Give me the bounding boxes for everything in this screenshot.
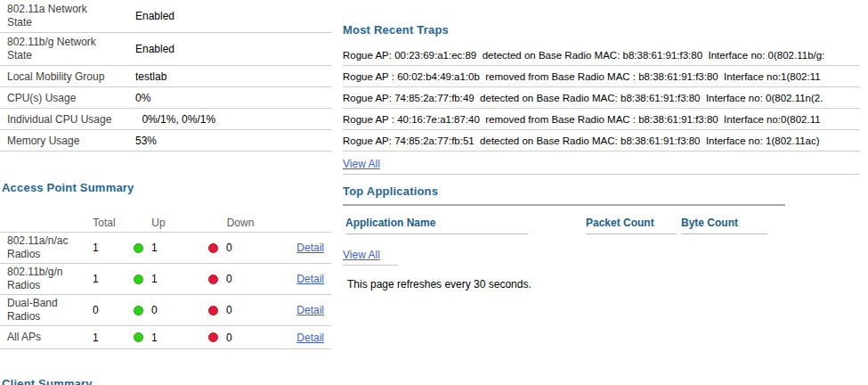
- detail-link[interactable]: Detail: [296, 273, 324, 285]
- info-value: testlab: [135, 70, 166, 83]
- ap-down-cell: 0: [203, 304, 278, 316]
- info-label: Memory Usage: [0, 135, 135, 147]
- application-name-header: Application Name: [345, 217, 528, 234]
- ap-down-cell: 0: [203, 332, 278, 344]
- table-row: Dual-Band Radios 0 0 0 Detail: [0, 295, 331, 326]
- ap-up-cell: 1: [128, 242, 203, 254]
- client-summary-title: Client Summary: [2, 377, 331, 385]
- up-status-icon: [134, 243, 143, 253]
- traps-view-all-link[interactable]: View All: [343, 158, 380, 170]
- info-label: Local Mobility Group: [0, 70, 135, 83]
- applications-header-row: Application Name Packet Count Byte Count: [343, 217, 860, 234]
- ap-up-cell: 1: [128, 332, 203, 344]
- table-row: CPU(s) Usage 0%: [0, 87, 331, 109]
- up-status-icon: [134, 332, 143, 342]
- ap-total-value: 1: [78, 273, 128, 285]
- info-label: 802.11a Network State: [0, 3, 135, 29]
- ap-total-value: 0: [78, 304, 128, 316]
- ap-down-value: 0: [226, 273, 232, 285]
- access-point-summary-table: Total Up Down 802.11a/n/ac Radios 1 1 0 …: [0, 213, 331, 349]
- top-applications-divider: [343, 204, 785, 206]
- detail-link[interactable]: Detail: [296, 332, 324, 344]
- ap-down-cell: 0: [203, 273, 278, 285]
- ap-header-total: Total: [78, 217, 128, 229]
- down-status-icon: [208, 332, 218, 342]
- info-value: 0%/1%, 0%/1%: [142, 113, 215, 126]
- ap-down-value: 0: [226, 332, 232, 344]
- right-column: Most Recent Traps Rogue AP: 00:23:69:a1:…: [343, 0, 860, 291]
- controller-summary-table: 802.11a Network State Enabled 802.11b/g …: [0, 0, 331, 152]
- info-label: CPU(s) Usage: [0, 92, 135, 104]
- applications-view-all-row: View All: [343, 246, 398, 266]
- ap-detail-cell: Detail: [278, 242, 331, 254]
- info-value: Enabled: [135, 43, 174, 55]
- table-row: 802.11a/n/ac Radios 1 1 0 Detail: [0, 233, 331, 264]
- down-status-icon: [208, 306, 218, 315]
- trap-row: Rogue AP: 74:85:2a:77:fb:51 detected on …: [343, 130, 860, 152]
- ap-down-value: 0: [226, 242, 232, 254]
- ap-row-label: All APs: [0, 331, 78, 344]
- table-row: 802.11a Network State Enabled: [0, 0, 331, 33]
- access-point-summary-title: Access Point Summary: [2, 181, 331, 194]
- ap-row-label: 802.11b/g/n Radios: [0, 266, 78, 292]
- info-label: 802.11b/g Network State: [0, 36, 135, 62]
- byte-count-header: Byte Count: [681, 217, 767, 234]
- ap-detail-cell: Detail: [278, 304, 331, 316]
- ap-row-label: 802.11a/n/ac Radios: [0, 234, 78, 261]
- traps-view-all-row: View All: [343, 152, 860, 175]
- ap-up-value: 1: [151, 332, 158, 344]
- table-row: 802.11b/g Network State Enabled: [0, 33, 331, 66]
- ap-down-cell: 0: [203, 242, 278, 254]
- table-row: Memory Usage 53%: [0, 130, 331, 152]
- most-recent-traps-title: Most Recent Traps: [343, 23, 860, 37]
- ap-up-value: 0: [151, 304, 158, 316]
- left-column: 802.11a Network State Enabled 802.11b/g …: [0, 0, 331, 385]
- trap-row: Rogue AP: 74:85:2a:77:fb:49 detected on …: [343, 87, 860, 109]
- info-label: Individual CPU Usage: [0, 113, 142, 126]
- ap-row-label: Dual-Band Radios: [0, 297, 78, 324]
- ap-detail-cell: Detail: [278, 273, 331, 285]
- trap-row: Rogue AP : 60:02:b4:49:a1:0b removed fro…: [343, 66, 860, 87]
- trap-list: Rogue AP: 00:23:69:a1:ec:89 detected on …: [343, 45, 860, 175]
- ap-up-cell: 1: [128, 273, 203, 285]
- table-row: Individual CPU Usage 0%/1%, 0%/1%: [0, 109, 331, 130]
- refresh-note: This page refreshes every 30 seconds.: [347, 278, 860, 291]
- up-status-icon: [134, 274, 143, 284]
- wlc-monitor-page: 802.11a Network State Enabled 802.11b/g …: [0, 0, 868, 385]
- packet-count-header: Packet Count: [586, 217, 677, 234]
- info-value: Enabled: [135, 10, 174, 22]
- ap-header-up: Up: [128, 217, 203, 229]
- ap-table-header-row: Total Up Down: [0, 213, 331, 233]
- ap-down-value: 0: [226, 304, 232, 316]
- down-status-icon: [208, 274, 218, 284]
- ap-up-value: 1: [151, 242, 158, 254]
- trap-row: Rogue AP : 40:16:7e:a1:87:40 removed fro…: [343, 109, 860, 130]
- info-value: 53%: [135, 135, 157, 147]
- detail-link[interactable]: Detail: [296, 242, 324, 254]
- info-value: 0%: [135, 92, 150, 104]
- ap-total-value: 1: [78, 332, 128, 344]
- ap-total-value: 1: [78, 242, 128, 254]
- down-status-icon: [208, 243, 218, 253]
- trap-row: Rogue AP: 00:23:69:a1:ec:89 detected on …: [343, 45, 860, 66]
- top-applications-title: Top Applications: [343, 184, 860, 198]
- ap-up-cell: 0: [128, 304, 203, 316]
- ap-header-down: Down: [203, 217, 278, 229]
- ap-up-value: 1: [151, 273, 158, 285]
- table-row: Local Mobility Group testlab: [0, 66, 331, 87]
- detail-link[interactable]: Detail: [296, 304, 324, 316]
- table-row: All APs 1 1 0 Detail: [0, 326, 331, 349]
- up-status-icon: [134, 306, 143, 315]
- table-row: 802.11b/g/n Radios 1 1 0 Detail: [0, 264, 331, 295]
- ap-detail-cell: Detail: [278, 332, 331, 344]
- applications-view-all-link[interactable]: View All: [343, 249, 380, 261]
